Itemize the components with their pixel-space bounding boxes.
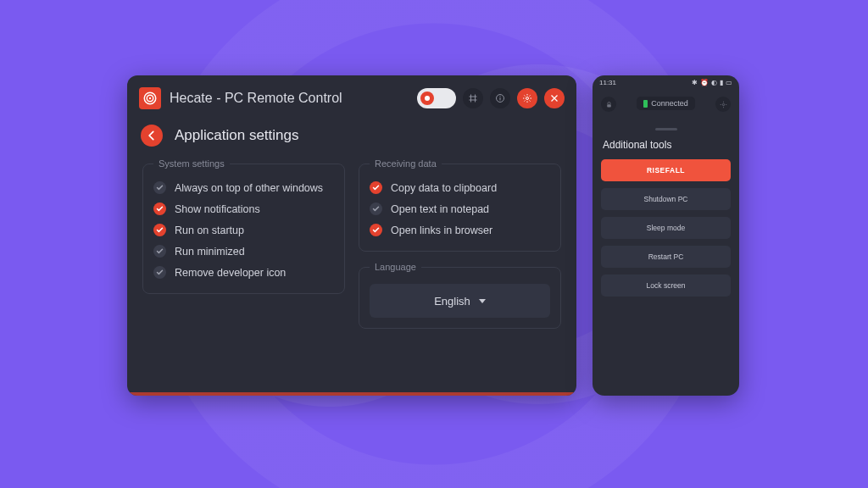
phone-settings-button[interactable] [715,97,731,112]
back-button[interactable] [141,125,163,147]
system-settings-group: System settings Always on top of other w… [142,158,345,294]
checkbox-checked-icon [370,224,382,236]
gear-icon [720,101,727,108]
companion-phone: 11:31 ✱⏰◐▮▭ Connected Additional tools R… [593,75,739,396]
group-legend: Receiving data [370,158,442,169]
option-label: Open text in notepad [391,203,489,215]
checkbox-unchecked-icon [370,202,382,215]
window-title: Hecate - PC Remote Control [170,91,417,106]
phone-connection-pill[interactable]: Connected [637,97,695,110]
svg-point-6 [526,97,529,100]
chevron-down-icon [479,299,486,303]
lock-icon [605,101,613,108]
checkbox-checked-icon [370,181,382,194]
bluetooth-icon: ✱ [692,79,698,86]
setting-option[interactable]: Run on startup [153,219,334,241]
close-icon [549,93,559,103]
close-button[interactable] [544,88,565,108]
svg-rect-4 [500,97,501,101]
language-value: English [434,295,470,308]
spiral-icon [142,91,158,106]
checkbox-checked-icon [153,224,166,236]
checkbox-checked-icon [153,202,166,215]
alarm-icon: ⏰ [700,79,709,86]
battery-icon: ▭ [726,79,732,86]
status-time: 11:31 [599,79,616,86]
svg-rect-5 [500,96,501,97]
page-header: Application settings [127,121,576,158]
receiving-data-group: Receiving data Copy data to clipboardOpe… [359,158,561,252]
wifi-icon: ◐ [711,79,717,86]
language-group: Language English [359,262,561,329]
signal-icon: ▮ [720,79,723,86]
setting-option[interactable]: Run minimized [153,241,334,262]
column-left: System settings Always on top of other w… [142,158,345,380]
app-logo [139,87,161,109]
phone-tool-button[interactable]: Lock screen [601,274,731,297]
phone-tool-button[interactable]: Restart PC [601,246,731,268]
checkbox-unchecked-icon [153,245,166,258]
svg-point-8 [722,103,724,105]
info-icon [495,93,505,103]
setting-option[interactable]: Open text in notepad [370,198,550,219]
phone-tool-button[interactable]: Sleep mode [601,217,731,239]
settings-window: Hecate - PC Remote Control Application s… [127,75,576,396]
devices-button[interactable] [463,88,483,108]
connection-dot-icon [420,92,434,105]
option-label: Remove developer icon [175,267,286,279]
option-label: Run on startup [175,225,244,236]
option-label: Run minimized [175,246,245,258]
setting-option[interactable]: Remove developer icon [153,262,334,283]
option-label: Always on top of other windows [175,182,323,194]
connection-label: Connected [651,99,688,108]
option-label: Open links in browser [391,225,492,236]
connection-indicator[interactable] [417,88,456,108]
phone-tool-button[interactable]: Shutdown PC [601,188,731,210]
phone-tool-button[interactable]: RISEFALL [601,159,731,181]
language-select[interactable]: English [370,284,550,318]
option-label: Copy data to clipboard [391,182,497,194]
checkbox-unchecked-icon [153,266,166,279]
checkbox-unchecked-icon [153,181,166,194]
titlebar: Hecate - PC Remote Control [127,75,576,121]
setting-option[interactable]: Always on top of other windows [153,177,334,198]
status-icons: ✱⏰◐▮▭ [689,79,732,86]
devices-icon [468,93,478,103]
group-legend: System settings [153,158,230,169]
phone-tool-list: RISEFALLShutdown PCSleep modeRestart PCL… [593,159,739,297]
setting-option[interactable]: Copy data to clipboard [370,177,550,198]
phone-topbar: Connected [593,89,739,118]
phone-lock-button[interactable] [601,97,616,112]
gear-icon [522,93,532,103]
setting-option[interactable]: Show notifications [153,198,334,219]
phone-statusbar: 11:31 ✱⏰◐▮▭ [593,75,739,89]
drag-handle[interactable] [655,128,677,130]
group-legend: Language [370,262,421,272]
system-options: Always on top of other windowsShow notif… [153,177,334,283]
setting-option[interactable]: Open links in browser [370,219,550,241]
arrow-left-icon [146,130,158,141]
receiving-options: Copy data to clipboardOpen text in notep… [370,177,550,241]
svg-rect-7 [607,104,611,107]
settings-columns: System settings Always on top of other w… [127,158,576,396]
info-button[interactable] [490,88,510,108]
connection-bar-icon [643,100,648,108]
page-title: Application settings [175,127,298,144]
titlebar-buttons [417,88,565,108]
settings-button[interactable] [517,88,537,108]
phone-section-title: Additional tools [593,139,739,159]
option-label: Show notifications [175,203,260,215]
svg-point-2 [149,97,151,99]
column-right: Receiving data Copy data to clipboardOpe… [359,158,561,380]
